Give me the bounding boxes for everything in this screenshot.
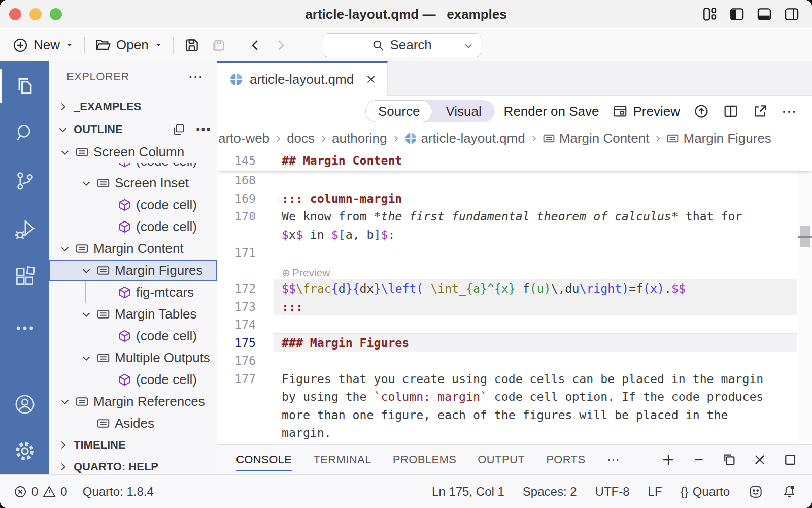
minimize-panel-icon[interactable] <box>691 452 706 467</box>
editor-scrollbar[interactable] <box>798 150 812 444</box>
eol-status[interactable]: LF <box>648 485 662 499</box>
outline-item-label: Margin Tables <box>115 306 196 322</box>
outline-item-margin-tables[interactable]: Margin Tables <box>49 303 217 325</box>
split-editor-icon[interactable] <box>723 103 739 119</box>
feedback-smiley-icon[interactable] <box>748 484 763 499</box>
navigate-forward-button[interactable] <box>268 38 293 53</box>
outline-item-code-cell[interactable]: (code cell) <box>49 325 217 347</box>
panel-tab-terminal[interactable]: TERMINAL <box>313 445 371 474</box>
outline-item-label: Margin Figures <box>115 263 202 278</box>
outline-item-margin-references[interactable]: Margin References <box>49 391 217 412</box>
more-views-icon[interactable] <box>0 317 49 339</box>
outline-item-label: (code cell) <box>136 219 197 235</box>
outline-item-label: (code cell) <box>136 328 197 344</box>
preview-icon <box>613 104 628 119</box>
editor-more-actions-icon[interactable]: ⋯ <box>782 106 797 116</box>
collapse-all-icon[interactable] <box>172 123 185 136</box>
outline-item-screen-inset[interactable]: Screen Inset <box>49 172 217 194</box>
outline-item-code-cell[interactable]: (code cell) <box>49 369 217 391</box>
panel-tab-ports[interactable]: PORTS <box>546 445 585 474</box>
code-editor[interactable]: 145 ## Margin Content 168 169::: column-… <box>217 150 812 444</box>
panel-tab-problems[interactable]: PROBLEMS <box>393 445 456 474</box>
code-cell-cube-icon <box>118 373 131 387</box>
breadcrumb-item-symbol[interactable]: Margin Figures <box>666 131 771 146</box>
sticky-heading-text: ## Margin Content <box>274 150 402 171</box>
publish-icon[interactable] <box>693 103 709 119</box>
notifications-bell-icon[interactable] <box>782 484 797 499</box>
save-all-button[interactable] <box>205 37 231 53</box>
open-button[interactable]: Open <box>90 37 168 53</box>
outline-item-code-cell[interactable]: (code cell) <box>49 194 217 216</box>
panel-more-tabs-icon[interactable]: ⋯ <box>607 455 620 465</box>
visual-mode-button[interactable]: Visual <box>432 104 494 119</box>
sticky-scroll-line[interactable]: 145 ## Margin Content <box>217 150 812 171</box>
section-outline[interactable]: OUTLINE ⋯ <box>49 118 217 141</box>
breadcrumb-item-file[interactable]: article-layout.qmd <box>404 131 525 146</box>
extensions-icon[interactable] <box>0 266 49 288</box>
breadcrumb-item[interactable]: arto-web <box>218 131 269 146</box>
preview-button[interactable]: Preview <box>613 104 680 119</box>
outline-more-actions-icon[interactable]: ⋯ <box>195 124 211 135</box>
restore-panel-icon[interactable] <box>722 452 737 467</box>
navigate-back-button[interactable] <box>243 38 268 53</box>
section-examples[interactable]: _EXAMPLES <box>49 96 217 117</box>
cursor-position-status[interactable]: Ln 175, Col 1 <box>432 485 504 499</box>
run-debug-icon[interactable] <box>0 218 49 241</box>
close-tab-icon[interactable] <box>365 73 377 85</box>
open-external-icon[interactable] <box>752 103 768 119</box>
close-panel-icon[interactable] <box>752 452 767 467</box>
error-icon <box>13 485 27 499</box>
chevron-right-icon <box>653 134 662 143</box>
open-label: Open <box>116 37 149 53</box>
panel-tab-output[interactable]: OUTPUT <box>478 445 525 474</box>
source-mode-button[interactable]: Source <box>365 100 432 122</box>
code-lens[interactable]: ⊕Preview <box>217 262 812 280</box>
section-symbol-icon <box>666 132 679 145</box>
outline-item-asides[interactable]: Asides <box>49 412 217 434</box>
explorer-more-actions-icon[interactable]: ⋯ <box>188 72 204 82</box>
accounts-icon[interactable] <box>0 393 49 416</box>
code-cell-cube-icon <box>118 163 131 168</box>
breadcrumb-item[interactable]: authoring <box>332 131 387 146</box>
search-view-icon[interactable] <box>0 121 49 144</box>
outline-item-label: Screen Column <box>93 144 184 160</box>
toggle-secondary-sidebar-icon[interactable] <box>784 6 800 22</box>
panel-tab-console[interactable]: CONSOLE <box>236 445 292 474</box>
section-quarto-help[interactable]: QUARTO: HELP <box>49 456 217 474</box>
source-control-icon[interactable] <box>0 170 49 192</box>
language-mode-status[interactable]: {} Quarto <box>681 485 730 499</box>
toggle-panel-icon[interactable] <box>756 6 772 22</box>
code-line-wrap: margin. <box>217 424 812 442</box>
outline-item-margin-figures-selected[interactable]: Margin Figures <box>49 260 217 281</box>
breadcrumb-item[interactable]: docs <box>287 131 315 146</box>
folder-open-icon <box>95 37 111 53</box>
section-timeline[interactable]: TIMELINE <box>49 434 217 456</box>
save-all-icon <box>210 37 226 53</box>
tab-article-layout[interactable]: article-layout.qmd <box>217 61 388 96</box>
outline-item-code-cell[interactable]: (code cell) <box>49 216 217 238</box>
encoding-status[interactable]: UTF-8 <box>595 485 630 499</box>
explorer-icon[interactable] <box>0 75 49 97</box>
problems-indicator[interactable]: 0 0 <box>13 485 67 499</box>
customize-layout-icon[interactable] <box>701 6 718 22</box>
braces-icon: {} <box>681 485 689 499</box>
new-button[interactable]: New <box>7 37 79 53</box>
save-button[interactable] <box>179 37 205 53</box>
outline-item-fig-mtcars[interactable]: fig-mtcars <box>49 281 217 303</box>
quarto-version-status[interactable]: Quarto: 1.8.4 <box>83 485 154 499</box>
outline-item-margin-content[interactable]: Margin Content <box>49 238 217 260</box>
outline-item-screen-column[interactable]: Screen Column <box>49 141 217 163</box>
search-input[interactable]: Search <box>323 33 481 57</box>
outline-item-multiple-outputs[interactable]: Multiple Outputs <box>49 347 217 369</box>
indentation-status[interactable]: Spaces: 2 <box>523 485 577 499</box>
new-terminal-icon[interactable] <box>661 452 676 467</box>
breadcrumb-item-symbol[interactable]: Margin Content <box>543 131 650 146</box>
toggle-primary-sidebar-icon[interactable] <box>729 6 745 22</box>
settings-gear-icon[interactable] <box>0 439 49 463</box>
tab-bar: article-layout.qmd <box>217 61 812 96</box>
maximize-panel-icon[interactable] <box>783 452 798 467</box>
code-cell-cube-icon <box>118 329 131 343</box>
outline-item-label: Margin References <box>93 394 205 409</box>
code-line: 174 <box>217 315 812 334</box>
outline-item-code-cell[interactable]: (code cell) <box>49 163 217 172</box>
